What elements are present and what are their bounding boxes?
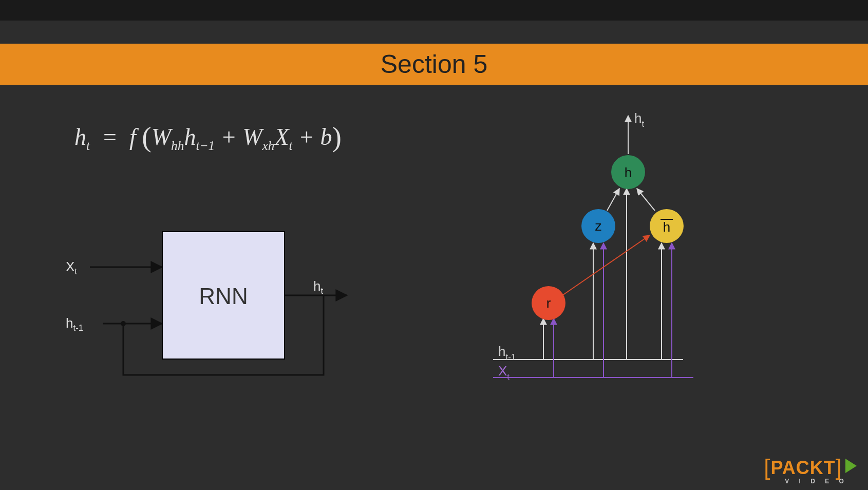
- rnn-input-hprev-var: h: [66, 315, 73, 331]
- rnn-output-label: ht: [313, 278, 323, 296]
- rnn-block-label: RNN: [199, 284, 248, 309]
- section-title: Section 5: [381, 50, 487, 79]
- svg-line-14: [607, 189, 619, 211]
- eq-X-sub: t: [289, 138, 293, 153]
- logo-bracket-close: ]: [836, 455, 842, 480]
- play-icon: [845, 459, 857, 473]
- eq-hprev-sub: t−1: [196, 138, 215, 153]
- logo-text: PACKT: [770, 457, 835, 478]
- gru-axis-x-var: X: [498, 363, 507, 379]
- eq-plus2: +: [298, 124, 314, 150]
- gru-output-label: ht: [634, 110, 644, 129]
- rnn-input-hprev-sub: t-1: [73, 323, 83, 333]
- gru-axis-hprev-var: h: [498, 344, 505, 359]
- logo-subline: V I D E O: [764, 478, 857, 485]
- gru-axis-hprev-sub: t-1: [505, 352, 516, 362]
- svg-line-15: [637, 189, 655, 211]
- eq-hprev: h: [184, 124, 196, 150]
- rnn-input-x-sub: t: [74, 267, 77, 276]
- eq-W1: W: [152, 124, 171, 150]
- section-title-band: Section 5: [0, 44, 868, 85]
- eq-lhs-var: h: [74, 124, 86, 150]
- top-dark-bar: [0, 0, 868, 21]
- gru-output-sub: t: [641, 119, 644, 129]
- gru-output-var: h: [634, 110, 641, 126]
- rnn-output-sub: t: [320, 286, 323, 296]
- gru-axis-x-label: Xt: [498, 363, 510, 382]
- rnn-input-x-var: X: [66, 259, 74, 274]
- rnn-block-diagram: RNN Xt ht-1 ht: [62, 221, 380, 395]
- eq-X: X: [274, 124, 289, 150]
- packt-logo: [PACKT] V I D E O: [764, 456, 857, 485]
- eq-func: f: [129, 124, 136, 150]
- logo-bracket-open: [: [764, 455, 770, 480]
- gru-node-r-label: r: [546, 295, 551, 311]
- eq-lhs-sub: t: [86, 138, 90, 153]
- svg-line-13: [562, 235, 650, 295]
- gru-node-z-label: z: [595, 218, 602, 234]
- eq-plus1: +: [221, 124, 237, 150]
- rnn-input-x-label: Xt: [66, 259, 77, 277]
- gru-graph: h z h r ht-1 Xt ht: [478, 100, 755, 408]
- eq-W1-sub: hh: [171, 138, 184, 153]
- eq-W2-sub: xh: [262, 138, 275, 153]
- gru-node-h-label: h: [625, 165, 632, 180]
- rnn-block: RNN: [162, 231, 285, 360]
- gru-node-hbar-label: h: [663, 219, 670, 235]
- eq-b: b: [320, 124, 332, 150]
- rnn-input-hprev-label: ht-1: [66, 315, 83, 333]
- eq-open-paren: (: [142, 121, 151, 153]
- rnn-equation: ht = f (Whhht−1 + WxhXt + b): [74, 121, 342, 153]
- eq-W2: W: [242, 124, 262, 150]
- gru-axis-x-sub: t: [507, 372, 510, 382]
- eq-close-paren: ): [332, 121, 342, 153]
- rnn-output-var: h: [313, 278, 320, 294]
